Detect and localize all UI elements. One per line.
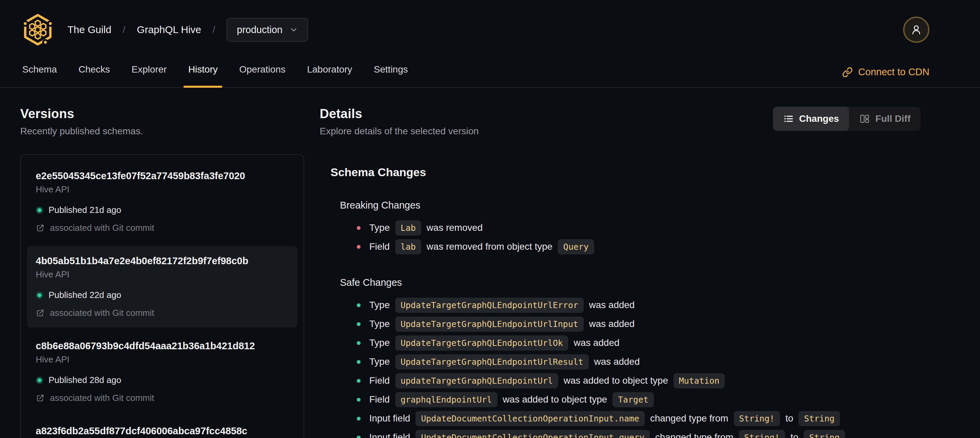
hive-hexagon-icon: [20, 12, 55, 47]
breaking-changes-list: Type Lab was removed Field lab was remov…: [357, 218, 921, 256]
split-diff-icon: [859, 113, 870, 124]
tab-explorer[interactable]: Explorer: [132, 64, 167, 87]
change-code: UpdateTargetGraphQLEndpointUrlOk: [395, 335, 569, 350]
git-commit-label: associated with Git commit: [50, 223, 154, 233]
version-service: Hive API: [36, 184, 289, 195]
change-text: Type: [369, 299, 390, 311]
tab-checks[interactable]: Checks: [79, 64, 110, 87]
tab-settings[interactable]: Settings: [374, 64, 408, 87]
change-text: to: [786, 413, 793, 424]
git-commit-label: associated with Git commit: [50, 308, 154, 318]
full-diff-view-button[interactable]: Full Diff: [849, 107, 921, 131]
details-panel: Details Explore details of the selected …: [320, 107, 921, 438]
details-title-block: Details Explore details of the selected …: [320, 107, 479, 137]
change-code: UpdateDocumentCollectionOperationInput.n…: [415, 411, 644, 426]
hive-logo[interactable]: [20, 12, 55, 47]
change-item: Type UpdateTargetGraphQLEndpointUrlResul…: [357, 352, 921, 371]
change-code: String: [799, 411, 840, 426]
safe-bullet-icon: [357, 341, 361, 345]
change-text: was added: [589, 319, 635, 329]
safe-bullet-icon: [357, 436, 361, 438]
change-item: Input field UpdateDocumentCollectionOper…: [357, 428, 921, 438]
git-commit-link[interactable]: associated with Git commit: [36, 223, 289, 233]
tab-history[interactable]: History: [188, 64, 218, 87]
change-text: Type: [369, 356, 390, 367]
change-code: Query: [558, 239, 594, 255]
tab-operations[interactable]: Operations: [239, 64, 285, 87]
connect-to-cdn-label: Connect to CDN: [858, 67, 929, 78]
breadcrumb-separator: /: [213, 24, 215, 35]
change-code: graphqlEndpointUrl: [395, 392, 498, 407]
change-code: UpdateTargetGraphQLEndpointUrlError: [395, 298, 584, 313]
change-code: updateTargetGraphQLEndpointUrl: [395, 373, 558, 389]
change-text: changed type from: [650, 413, 729, 424]
version-card[interactable]: c8b6e88a06793b9c4dfd54aaa21b36a1b421d812…: [27, 331, 298, 413]
change-item: Type Lab was removed: [357, 218, 921, 237]
change-text: was removed: [426, 222, 483, 233]
git-commit-link[interactable]: associated with Git commit: [36, 393, 289, 403]
published-status-dot: [36, 377, 43, 384]
versions-title: Versions: [20, 107, 304, 121]
safe-bullet-icon: [357, 303, 361, 307]
change-text: Input field: [369, 432, 410, 438]
change-code: String!: [739, 430, 785, 438]
change-item: Type UpdateTargetGraphQLEndpointUrlError…: [357, 296, 921, 314]
change-item: Type UpdateTargetGraphQLEndpointUrlInput…: [357, 314, 921, 333]
change-text: Type: [369, 338, 390, 348]
version-card-selected[interactable]: 4b05ab51b1b4a7e2e4b0ef82172f2b9f7ef98c0b…: [27, 246, 298, 328]
target-selector[interactable]: production: [227, 18, 308, 42]
change-text: Field: [369, 241, 390, 252]
safe-bullet-icon: [357, 398, 361, 401]
external-link-icon: [36, 224, 45, 233]
breadcrumb-project[interactable]: GraphQL Hive: [137, 24, 201, 35]
tab-bar: Schema Checks Explorer History Operation…: [22, 64, 408, 87]
change-item: Input field UpdateDocumentCollectionOper…: [357, 409, 921, 428]
breadcrumb-separator: /: [123, 24, 126, 35]
version-published: Published 22d ago: [36, 290, 289, 300]
version-hash: 4b05ab51b1b4a7e2e4b0ef82172f2b9f7ef98c0b: [36, 255, 289, 267]
breaking-bullet-icon: [357, 226, 361, 230]
change-text: was added to object type: [563, 375, 668, 386]
schema-changes-title: Schema Changes: [331, 166, 921, 179]
version-hash: a823f6db2a55df877dcf406006abca97fcc4858c: [36, 425, 289, 436]
project-nav: Schema Checks Explorer History Operation…: [0, 51, 980, 88]
change-text: was added: [589, 299, 635, 311]
git-commit-label: associated with Git commit: [50, 393, 154, 403]
chevron-down-icon: [290, 25, 298, 34]
git-commit-link[interactable]: associated with Git commit: [36, 308, 289, 318]
connect-to-cdn-link[interactable]: Connect to CDN: [842, 67, 929, 87]
change-text: Type: [369, 222, 390, 233]
details-title: Details: [320, 107, 479, 121]
change-code: Target: [612, 392, 654, 407]
user-avatar-button[interactable]: [903, 16, 929, 43]
changes-view-button[interactable]: Changes: [773, 107, 849, 131]
details-subtitle: Explore details of the selected version: [320, 126, 479, 137]
changes-view-label: Changes: [799, 113, 839, 124]
change-item: Field lab was removed from object type Q…: [357, 237, 921, 256]
history-page: Versions Recently published schemas. e2e…: [0, 88, 980, 438]
breaking-bullet-icon: [357, 245, 361, 249]
change-code: UpdateTargetGraphQLEndpointUrlResult: [395, 354, 589, 370]
safe-bullet-icon: [357, 322, 361, 326]
safe-changes-group: Safe Changes Type UpdateTargetGraphQLEnd…: [340, 277, 921, 438]
version-card[interactable]: a823f6db2a55df877dcf406006abca97fcc4858c…: [27, 416, 298, 438]
breadcrumb-organization[interactable]: The Guild: [67, 24, 111, 35]
versions-subtitle: Recently published schemas.: [20, 126, 304, 137]
change-item: Field graphqlEndpointUrl was added to ob…: [357, 390, 921, 409]
version-card[interactable]: e2e55045345ce13fe07f52a77459b83fa3fe7020…: [27, 161, 298, 243]
published-label: Published 22d ago: [49, 290, 121, 300]
user-icon: [910, 24, 922, 36]
change-text: Field: [369, 375, 390, 386]
tab-schema[interactable]: Schema: [22, 64, 57, 87]
change-text: to: [791, 432, 798, 438]
published-status-dot: [36, 291, 43, 299]
change-text: was added to object type: [503, 394, 607, 405]
version-list: e2e55045345ce13fe07f52a77459b83fa3fe7020…: [20, 154, 304, 438]
change-code: lab: [395, 239, 421, 255]
change-text: was added: [594, 356, 640, 367]
top-bar: The Guild / GraphQL Hive / production Sc…: [0, 0, 980, 88]
change-text: Input field: [369, 413, 410, 424]
change-text: was removed from object type: [426, 241, 553, 252]
tab-laboratory[interactable]: Laboratory: [307, 64, 352, 87]
target-selector-value: production: [237, 24, 282, 35]
